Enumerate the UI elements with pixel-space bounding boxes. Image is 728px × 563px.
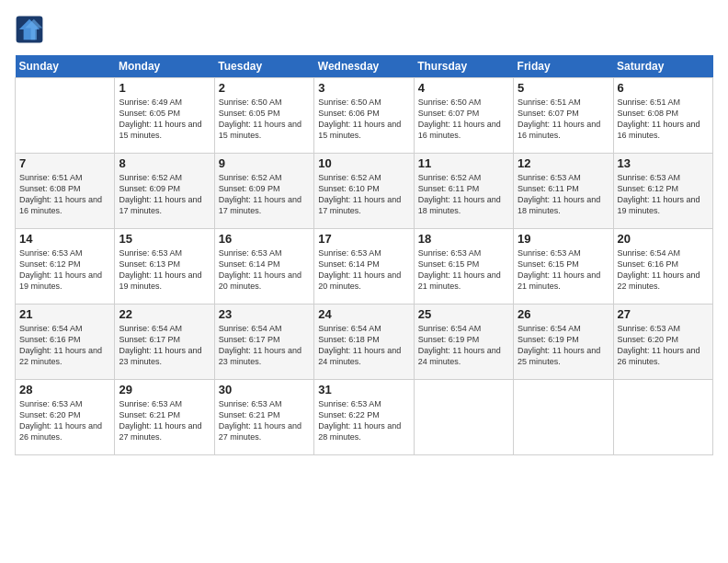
day-info: Sunrise: 6:54 AM Sunset: 6:16 PM Dayligh… bbox=[618, 247, 709, 293]
day-number: 11 bbox=[418, 156, 509, 170]
header-tuesday: Tuesday bbox=[214, 55, 313, 78]
day-number: 27 bbox=[618, 307, 709, 321]
day-number: 28 bbox=[19, 383, 110, 396]
calendar-header-row: SundayMondayTuesdayWednesdayThursdayFrid… bbox=[16, 55, 713, 78]
day-number: 20 bbox=[618, 232, 709, 246]
header-wednesday: Wednesday bbox=[314, 55, 414, 78]
day-info: Sunrise: 6:53 AM Sunset: 6:13 PM Dayligh… bbox=[119, 247, 210, 293]
day-info: Sunrise: 6:53 AM Sunset: 6:15 PM Dayligh… bbox=[518, 247, 609, 293]
day-info: Sunrise: 6:53 AM Sunset: 6:12 PM Dayligh… bbox=[618, 172, 709, 217]
day-number: 6 bbox=[618, 81, 709, 95]
calendar-week-row: 1Sunrise: 6:49 AM Sunset: 6:05 PM Daylig… bbox=[16, 78, 713, 154]
day-number: 17 bbox=[318, 232, 409, 246]
calendar-week-row: 14Sunrise: 6:53 AM Sunset: 6:12 PM Dayli… bbox=[16, 229, 713, 304]
calendar-cell: 1Sunrise: 6:49 AM Sunset: 6:05 PM Daylig… bbox=[115, 78, 214, 154]
calendar-cell: 21Sunrise: 6:54 AM Sunset: 6:16 PM Dayli… bbox=[16, 304, 115, 380]
day-number: 25 bbox=[418, 307, 509, 321]
day-number: 18 bbox=[418, 232, 509, 246]
day-info: Sunrise: 6:53 AM Sunset: 6:20 PM Dayligh… bbox=[19, 398, 110, 443]
day-number: 4 bbox=[418, 81, 509, 95]
day-info: Sunrise: 6:49 AM Sunset: 6:05 PM Dayligh… bbox=[119, 97, 210, 142]
day-info: Sunrise: 6:53 AM Sunset: 6:20 PM Dayligh… bbox=[618, 323, 709, 368]
day-number: 8 bbox=[119, 156, 210, 170]
day-number: 5 bbox=[518, 81, 609, 95]
day-info: Sunrise: 6:54 AM Sunset: 6:17 PM Dayligh… bbox=[119, 323, 210, 368]
day-number: 22 bbox=[119, 307, 210, 321]
calendar-cell: 13Sunrise: 6:53 AM Sunset: 6:12 PM Dayli… bbox=[613, 154, 712, 229]
calendar-cell: 17Sunrise: 6:53 AM Sunset: 6:14 PM Dayli… bbox=[314, 229, 414, 304]
day-info: Sunrise: 6:54 AM Sunset: 6:18 PM Dayligh… bbox=[318, 323, 409, 368]
day-info: Sunrise: 6:53 AM Sunset: 6:22 PM Dayligh… bbox=[318, 398, 409, 443]
calendar-cell: 30Sunrise: 6:53 AM Sunset: 6:21 PM Dayli… bbox=[214, 380, 313, 455]
calendar-cell: 23Sunrise: 6:54 AM Sunset: 6:17 PM Dayli… bbox=[214, 304, 313, 380]
header-friday: Friday bbox=[514, 55, 613, 78]
day-number: 1 bbox=[119, 81, 210, 95]
calendar-cell: 9Sunrise: 6:52 AM Sunset: 6:09 PM Daylig… bbox=[214, 154, 313, 229]
calendar-week-row: 21Sunrise: 6:54 AM Sunset: 6:16 PM Dayli… bbox=[16, 304, 713, 380]
calendar-cell: 19Sunrise: 6:53 AM Sunset: 6:15 PM Dayli… bbox=[514, 229, 613, 304]
logo bbox=[15, 15, 48, 44]
day-info: Sunrise: 6:51 AM Sunset: 6:08 PM Dayligh… bbox=[618, 97, 709, 142]
day-info: Sunrise: 6:53 AM Sunset: 6:14 PM Dayligh… bbox=[318, 247, 409, 293]
calendar-cell bbox=[414, 380, 513, 455]
calendar-cell: 29Sunrise: 6:53 AM Sunset: 6:21 PM Dayli… bbox=[115, 380, 214, 455]
calendar-week-row: 28Sunrise: 6:53 AM Sunset: 6:20 PM Dayli… bbox=[16, 380, 713, 455]
calendar-cell: 14Sunrise: 6:53 AM Sunset: 6:12 PM Dayli… bbox=[16, 229, 115, 304]
day-info: Sunrise: 6:51 AM Sunset: 6:08 PM Dayligh… bbox=[19, 172, 110, 217]
calendar-cell: 16Sunrise: 6:53 AM Sunset: 6:14 PM Dayli… bbox=[214, 229, 313, 304]
calendar-cell: 4Sunrise: 6:50 AM Sunset: 6:07 PM Daylig… bbox=[414, 78, 513, 154]
calendar-cell: 20Sunrise: 6:54 AM Sunset: 6:16 PM Dayli… bbox=[613, 229, 712, 304]
page-header bbox=[15, 15, 713, 44]
calendar-cell: 31Sunrise: 6:53 AM Sunset: 6:22 PM Dayli… bbox=[314, 380, 414, 455]
calendar-cell: 12Sunrise: 6:53 AM Sunset: 6:11 PM Dayli… bbox=[514, 154, 613, 229]
calendar-cell bbox=[514, 380, 613, 455]
header-saturday: Saturday bbox=[613, 55, 712, 78]
day-number: 14 bbox=[19, 232, 110, 246]
calendar-cell: 3Sunrise: 6:50 AM Sunset: 6:06 PM Daylig… bbox=[314, 78, 414, 154]
day-info: Sunrise: 6:50 AM Sunset: 6:05 PM Dayligh… bbox=[219, 97, 310, 142]
calendar-cell: 24Sunrise: 6:54 AM Sunset: 6:18 PM Dayli… bbox=[314, 304, 414, 380]
day-info: Sunrise: 6:54 AM Sunset: 6:19 PM Dayligh… bbox=[518, 323, 609, 368]
calendar-cell: 22Sunrise: 6:54 AM Sunset: 6:17 PM Dayli… bbox=[115, 304, 214, 380]
calendar-cell: 28Sunrise: 6:53 AM Sunset: 6:20 PM Dayli… bbox=[16, 380, 115, 455]
day-number: 26 bbox=[518, 307, 609, 321]
day-number: 16 bbox=[219, 232, 310, 246]
calendar-week-row: 7Sunrise: 6:51 AM Sunset: 6:08 PM Daylig… bbox=[16, 154, 713, 229]
day-info: Sunrise: 6:52 AM Sunset: 6:10 PM Dayligh… bbox=[318, 172, 409, 217]
day-info: Sunrise: 6:53 AM Sunset: 6:12 PM Dayligh… bbox=[19, 247, 110, 293]
day-number: 31 bbox=[318, 383, 409, 396]
calendar-cell: 18Sunrise: 6:53 AM Sunset: 6:15 PM Dayli… bbox=[414, 229, 513, 304]
day-number: 19 bbox=[518, 232, 609, 246]
day-number: 7 bbox=[19, 156, 110, 170]
day-number: 12 bbox=[518, 156, 609, 170]
day-number: 9 bbox=[219, 156, 310, 170]
calendar-cell: 6Sunrise: 6:51 AM Sunset: 6:08 PM Daylig… bbox=[613, 78, 712, 154]
calendar-cell bbox=[16, 78, 115, 154]
day-info: Sunrise: 6:53 AM Sunset: 6:21 PM Dayligh… bbox=[119, 398, 210, 443]
day-info: Sunrise: 6:53 AM Sunset: 6:14 PM Dayligh… bbox=[219, 247, 310, 293]
day-info: Sunrise: 6:54 AM Sunset: 6:16 PM Dayligh… bbox=[19, 323, 110, 368]
header-sunday: Sunday bbox=[16, 55, 115, 78]
day-number: 2 bbox=[219, 81, 310, 95]
day-info: Sunrise: 6:54 AM Sunset: 6:17 PM Dayligh… bbox=[219, 323, 310, 368]
calendar-cell: 25Sunrise: 6:54 AM Sunset: 6:19 PM Dayli… bbox=[414, 304, 513, 380]
day-number: 10 bbox=[318, 156, 409, 170]
day-info: Sunrise: 6:53 AM Sunset: 6:11 PM Dayligh… bbox=[518, 172, 609, 217]
calendar-cell: 10Sunrise: 6:52 AM Sunset: 6:10 PM Dayli… bbox=[314, 154, 414, 229]
calendar-table: SundayMondayTuesdayWednesdayThursdayFrid… bbox=[15, 55, 713, 455]
header-monday: Monday bbox=[115, 55, 214, 78]
calendar-cell: 8Sunrise: 6:52 AM Sunset: 6:09 PM Daylig… bbox=[115, 154, 214, 229]
day-number: 3 bbox=[318, 81, 409, 95]
calendar-cell: 2Sunrise: 6:50 AM Sunset: 6:05 PM Daylig… bbox=[214, 78, 313, 154]
day-info: Sunrise: 6:52 AM Sunset: 6:09 PM Dayligh… bbox=[119, 172, 210, 217]
page-container: SundayMondayTuesdayWednesdayThursdayFrid… bbox=[0, 0, 728, 465]
day-info: Sunrise: 6:53 AM Sunset: 6:21 PM Dayligh… bbox=[219, 398, 310, 443]
day-info: Sunrise: 6:51 AM Sunset: 6:07 PM Dayligh… bbox=[518, 97, 609, 142]
calendar-cell: 15Sunrise: 6:53 AM Sunset: 6:13 PM Dayli… bbox=[115, 229, 214, 304]
calendar-cell bbox=[613, 380, 712, 455]
day-number: 30 bbox=[219, 383, 310, 396]
calendar-cell: 7Sunrise: 6:51 AM Sunset: 6:08 PM Daylig… bbox=[16, 154, 115, 229]
day-number: 23 bbox=[219, 307, 310, 321]
calendar-cell: 26Sunrise: 6:54 AM Sunset: 6:19 PM Dayli… bbox=[514, 304, 613, 380]
day-number: 21 bbox=[19, 307, 110, 321]
